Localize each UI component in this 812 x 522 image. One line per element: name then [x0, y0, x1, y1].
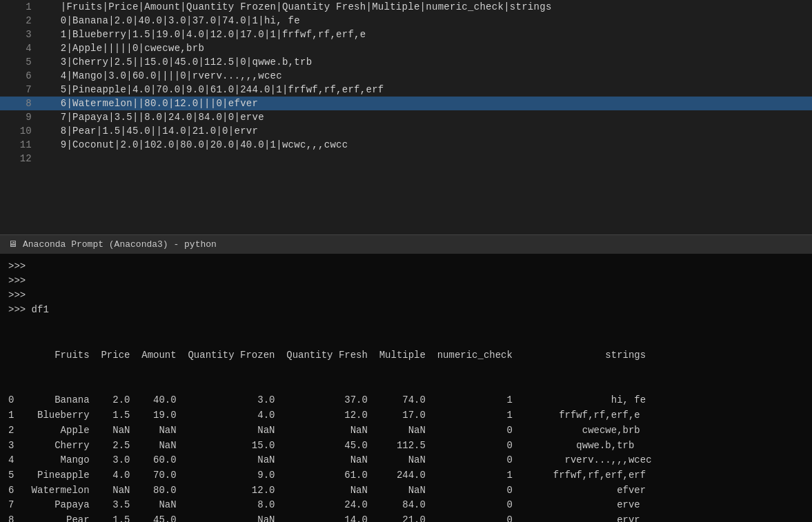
editor-line: 1 |Fruits|Price|Amount|Quantity Frozen|Q…: [0, 0, 812, 14]
editor-line: 3 1|Blueberry|1.5|19.0|4.0|12.0|17.0|1|f…: [0, 28, 812, 41]
line-number: 6: [0, 69, 43, 83]
terminal-panel[interactable]: >>>>>>>>>>>> df1 Fruits Price Amount Qua…: [0, 254, 812, 522]
terminal-prompts: >>>>>>>>>>>> df1: [8, 259, 804, 317]
df-data-row: 6 Watermelon NaN 80.0 12.0 NaN NaN 0 efv…: [8, 483, 804, 499]
df-output: Fruits Price Amount Quantity Frozen Quan…: [8, 319, 804, 522]
df-data-row: 3 Cherry 2.5 NaN 15.0 45.0 112.5 0 qwwe.…: [8, 439, 804, 454]
line-number: 3: [0, 28, 43, 41]
line-number: 8: [0, 97, 43, 110]
line-content: [43, 152, 812, 165]
prompt-line: >>> df1: [8, 303, 804, 317]
editor-line: 12: [0, 152, 812, 165]
editor-lines: 1 |Fruits|Price|Amount|Quantity Frozen|Q…: [0, 0, 812, 165]
df-data-row: 2 Apple NaN NaN NaN NaN NaN 0 cwecwe,brb: [8, 423, 804, 439]
line-content: |Fruits|Price|Amount|Quantity Frozen|Qua…: [43, 0, 812, 14]
editor-panel: 1 |Fruits|Price|Amount|Quantity Frozen|Q…: [0, 0, 812, 234]
editor-line: 7 5|Pineapple|4.0|70.0|9.0|61.0|244.0|1|…: [0, 83, 812, 97]
df-data-row: 5 Pineapple 4.0 70.0 9.0 61.0 244.0 1 fr…: [8, 468, 804, 483]
line-number: 4: [0, 41, 43, 55]
df-data-row: 0 Banana 2.0 40.0 3.0 37.0 74.0 1 hi, fe: [8, 393, 804, 408]
line-content: 5|Pineapple|4.0|70.0|9.0|61.0|244.0|1|fr…: [43, 83, 812, 97]
editor-line: 11 9|Coconut|2.0|102.0|80.0|20.0|40.0|1|…: [0, 138, 812, 152]
df-data-row: 1 Blueberry 1.5 19.0 4.0 12.0 17.0 1 frf…: [8, 408, 804, 423]
df-data-row: 8 Pear 1.5 45.0 NaN 14.0 21.0 0 ervr: [8, 513, 804, 522]
line-content: 9|Coconut|2.0|102.0|80.0|20.0|40.0|1|wcw…: [43, 138, 812, 152]
editor-line: 8 6|Watermelon||80.0|12.0|||0|efver: [0, 97, 812, 110]
editor-line: 10 8|Pear|1.5|45.0||14.0|21.0|0|ervr: [0, 124, 812, 138]
line-number: 7: [0, 83, 43, 97]
line-content: 7|Papaya|3.5||8.0|24.0|84.0|0|erve: [43, 110, 812, 124]
line-content: 3|Cherry|2.5||15.0|45.0|112.5|0|qwwe.b,t…: [43, 55, 812, 69]
df-data-row: 7 Papaya 3.5 NaN 8.0 24.0 84.0 0 erve: [8, 498, 804, 513]
line-content: 0|Banana|2.0|40.0|3.0|37.0|74.0|1|hi, fe: [43, 14, 812, 28]
prompt-line: >>>: [8, 288, 804, 303]
titlebar: 🖥 Anaconda Prompt (Anaconda3) - python: [0, 234, 812, 254]
line-content: 8|Pear|1.5|45.0||14.0|21.0|0|ervr: [43, 124, 812, 138]
editor-line: 2 0|Banana|2.0|40.0|3.0|37.0|74.0|1|hi, …: [0, 14, 812, 28]
line-number: 10: [0, 124, 43, 138]
line-content: 1|Blueberry|1.5|19.0|4.0|12.0|17.0|1|frf…: [43, 28, 812, 41]
editor-line: 6 4|Mango|3.0|60.0||||0|rverv...,,,wcec: [0, 69, 812, 83]
line-content: 2|Apple|||||0|cwecwe,brb: [43, 41, 812, 55]
line-number: 1: [0, 0, 43, 14]
editor-line: 4 2|Apple|||||0|cwecwe,brb: [0, 41, 812, 55]
line-number: 12: [0, 152, 43, 165]
prompt-line: >>>: [8, 259, 804, 274]
line-number: 5: [0, 55, 43, 69]
titlebar-icon: 🖥: [8, 239, 17, 250]
df-header: Fruits Price Amount Quantity Frozen Quan…: [8, 348, 804, 363]
line-content: 6|Watermelon||80.0|12.0|||0|efver: [43, 97, 812, 110]
df-data-row: 4 Mango 3.0 60.0 NaN NaN NaN 0 rverv...,…: [8, 453, 804, 468]
line-number: 9: [0, 110, 43, 124]
editor-line: 9 7|Papaya|3.5||8.0|24.0|84.0|0|erve: [0, 110, 812, 124]
line-number: 11: [0, 138, 43, 152]
line-number: 2: [0, 14, 43, 28]
titlebar-label: Anaconda Prompt (Anaconda3) - python: [23, 239, 217, 250]
line-content: 4|Mango|3.0|60.0||||0|rverv...,,,wcec: [43, 69, 812, 83]
editor-line: 5 3|Cherry|2.5||15.0|45.0|112.5|0|qwwe.b…: [0, 55, 812, 69]
prompt-line: >>>: [8, 274, 804, 288]
df-rows: 0 Banana 2.0 40.0 3.0 37.0 74.0 1 hi, fe…: [8, 393, 804, 522]
